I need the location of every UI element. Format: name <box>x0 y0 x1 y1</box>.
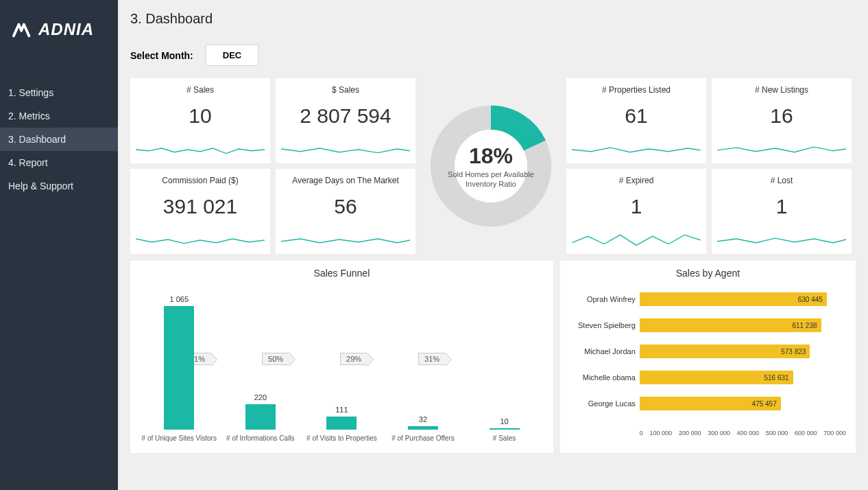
funnel-bar: 1 065 <box>141 295 217 430</box>
axis-tick: 500 000 <box>766 430 788 436</box>
axis-tick: 100 000 <box>650 430 673 436</box>
kpi-grid: # Sales 10 Commission Paid ($) 391 021 $… <box>130 78 856 254</box>
x-label: # Sales <box>463 434 545 442</box>
kpi-commission: Commission Paid ($) 391 021 <box>130 169 270 254</box>
kpi-value: 1 <box>776 195 788 218</box>
kpi-title: # Lost <box>771 176 793 185</box>
axis-tick: 700 000 <box>823 430 846 436</box>
logo-icon <box>12 19 33 40</box>
sparkline-icon <box>136 229 265 250</box>
month-row: Select Month: DEC <box>130 45 856 66</box>
kpi-value: 56 <box>334 195 357 218</box>
axis-tick: 300 000 <box>708 430 730 436</box>
agent-row: Michael Jordan573 823 <box>568 345 847 358</box>
agent-bar: 516 631 <box>640 371 793 384</box>
funnel-x-labels: # of Unique Sites Vistors# of Informatio… <box>138 434 545 442</box>
axis-tick: 200 000 <box>679 430 701 436</box>
sales-by-agent-panel: Sales by Agent Oprah Winfrey630 445Steve… <box>560 261 856 453</box>
panel-title: Sales Funnel <box>138 268 545 279</box>
agent-bar: 573 823 <box>640 345 810 358</box>
kpi-title: # Expired <box>619 176 654 185</box>
sparkline-icon <box>717 139 846 159</box>
nav: 1. Settings 2. Metrics 3. Dashboard 4. R… <box>0 81 118 198</box>
agent-bar: 475 457 <box>640 397 781 410</box>
kpi-title: Average Days on The Market <box>292 176 399 185</box>
sparkline-icon <box>717 229 846 250</box>
sidebar: ADNIA 1. Settings 2. Metrics 3. Dashboar… <box>0 0 118 490</box>
nav-item-metrics[interactable]: 2. Metrics <box>0 104 118 128</box>
bar-value: 1 065 <box>170 295 189 303</box>
agent-row: Oprah Winfrey630 445 <box>568 292 847 306</box>
sparkline-icon <box>572 139 701 159</box>
nav-item-report[interactable]: 4. Report <box>0 151 118 174</box>
kpi-expired: # Expired 1 <box>566 169 706 254</box>
month-select[interactable]: DEC <box>206 45 258 66</box>
kpi-new-listings: # New Listings 16 <box>712 78 852 163</box>
x-label: # of Informations Calls <box>220 434 302 442</box>
page-title: 3. Dashboard <box>130 11 856 27</box>
brand-text: ADNIA <box>38 20 94 39</box>
bar-value: 111 <box>335 406 348 414</box>
agent-name: Michael Jordan <box>568 347 636 355</box>
kpi-sales-count: # Sales 10 <box>130 78 270 163</box>
sparkline-icon <box>281 229 410 250</box>
agent-bar: 611 238 <box>640 318 821 332</box>
nav-item-dashboard[interactable]: 3. Dashboard <box>0 128 118 151</box>
nav-item-help[interactable]: Help & Support <box>0 174 118 198</box>
agent-name: George Lucas <box>568 399 636 408</box>
funnel-bars: 1 0652201113210 <box>138 296 545 430</box>
agent-name: Steven Spielberg <box>568 321 636 329</box>
sparkline-icon <box>136 139 265 159</box>
kpi-sales-dollar: $ Sales 2 807 594 <box>276 78 415 163</box>
agent-row: Steven Spielberg611 238 <box>568 318 847 332</box>
month-label: Select Month: <box>130 50 193 61</box>
agent-row: Michelle obama516 631 <box>568 371 847 384</box>
panel-title: Sales by Agent <box>568 268 847 279</box>
bar-value: 32 <box>419 415 427 423</box>
kpi-value: 10 <box>189 104 211 128</box>
agent-row: George Lucas475 457 <box>568 397 847 410</box>
kpi-lost: # Lost 1 <box>712 169 852 254</box>
kpi-avg-days: Average Days on The Market 56 <box>276 169 415 254</box>
main: 3. Dashboard Select Month: DEC # Sales 1… <box>118 0 868 490</box>
kpi-value: 1 <box>631 195 642 218</box>
agent-rows: Oprah Winfrey630 445Steven Spielberg611 … <box>568 292 847 410</box>
kpi-title: # New Listings <box>755 85 808 95</box>
axis-tick: 400 000 <box>736 430 759 436</box>
agent-x-axis: 0100 000200 000300 000400 000500 000600 … <box>640 430 846 436</box>
kpi-value: 391 021 <box>163 195 237 218</box>
kpi-properties-listed: # Properties Listed 61 <box>566 78 706 163</box>
x-label: # of Unique Sites Vistors <box>138 434 220 442</box>
nav-item-settings[interactable]: 1. Settings <box>0 81 118 104</box>
funnel-bar: 111 <box>304 406 379 430</box>
axis-tick: 600 000 <box>795 430 817 436</box>
agent-name: Oprah Winfrey <box>568 295 636 303</box>
kpi-value: 16 <box>770 104 793 128</box>
sparkline-icon <box>281 139 410 159</box>
axis-tick: 0 <box>640 430 643 436</box>
x-label: # of Purchase Offers <box>383 434 464 442</box>
kpi-title: Commission Paid ($) <box>162 176 238 185</box>
funnel-bar: 10 <box>467 417 542 430</box>
sparkline-icon <box>572 229 701 250</box>
funnel-bar: 32 <box>385 415 461 430</box>
donut-chart: 18% Sold Homes per Available Inventory R… <box>421 78 561 254</box>
kpi-title: # Properties Listed <box>602 85 671 95</box>
charts-row: Sales Funnel 21%50%29%31% 1 065220111321… <box>130 261 856 453</box>
sales-funnel-panel: Sales Funnel 21%50%29%31% 1 065220111321… <box>130 261 553 453</box>
kpi-value: 61 <box>625 104 647 128</box>
kpi-value: 2 807 594 <box>300 104 391 128</box>
x-label: # of Visits to Properties <box>301 434 383 442</box>
kpi-title: $ Sales <box>332 85 359 95</box>
donut-label: Sold Homes per Available Inventory Ratio <box>446 170 535 188</box>
agent-bar: 630 445 <box>640 292 827 306</box>
kpi-title: # Sales <box>186 85 214 95</box>
agent-name: Michelle obama <box>568 373 636 382</box>
bar-value: 220 <box>254 393 267 401</box>
funnel-bar: 220 <box>223 393 298 430</box>
bar-value: 10 <box>500 417 508 425</box>
donut-percent: 18% <box>469 143 513 169</box>
logo: ADNIA <box>0 0 118 60</box>
